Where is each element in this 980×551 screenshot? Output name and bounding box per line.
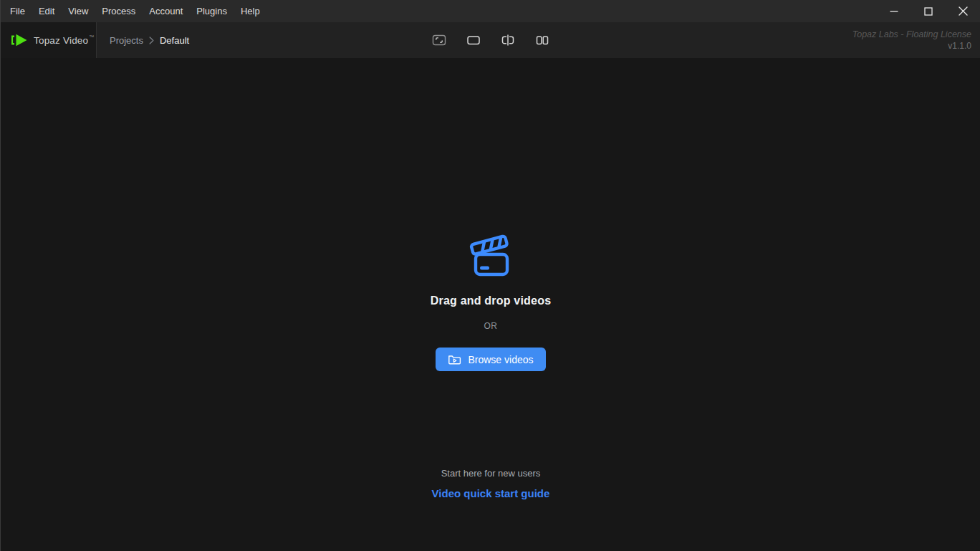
maximize-icon bbox=[924, 7, 933, 16]
menu-file[interactable]: File bbox=[10, 6, 25, 16]
app-header: Topaz Video™ Projects Default bbox=[1, 22, 980, 58]
quick-start-guide-link[interactable]: Video quick start guide bbox=[432, 487, 550, 499]
menu-view[interactable]: View bbox=[68, 6, 88, 16]
breadcrumb: Projects Default bbox=[110, 35, 189, 46]
app-version-text: v1.1.0 bbox=[852, 40, 971, 52]
new-users-helper-text: Start here for new users bbox=[1, 468, 980, 479]
side-by-side-view-icon bbox=[535, 34, 549, 47]
chevron-right-icon bbox=[149, 37, 154, 44]
breadcrumb-current-project: Default bbox=[160, 35, 189, 46]
app-logo: Topaz Video™ bbox=[1, 22, 97, 58]
window-controls bbox=[877, 0, 980, 22]
menu-help[interactable]: Help bbox=[241, 6, 260, 16]
browse-videos-label: Browse videos bbox=[468, 354, 533, 365]
fit-view-icon bbox=[432, 34, 446, 47]
close-button[interactable] bbox=[946, 0, 980, 22]
license-info: Topaz Labs - Floating License v1.1.0 bbox=[852, 29, 980, 52]
view-mode-side-by-side-button[interactable] bbox=[535, 33, 549, 47]
menu-bar: File Edit View Process Account Plugins H… bbox=[1, 0, 980, 22]
close-icon bbox=[959, 6, 968, 16]
view-mode-single-button[interactable] bbox=[466, 33, 481, 47]
view-mode-split-button[interactable] bbox=[501, 33, 515, 47]
breadcrumb-projects[interactable]: Projects bbox=[110, 35, 143, 46]
license-type-text: Topaz Labs - Floating License bbox=[852, 29, 971, 40]
single-view-icon bbox=[466, 34, 481, 47]
maximize-button[interactable] bbox=[911, 0, 946, 22]
menu-edit[interactable]: Edit bbox=[39, 6, 54, 16]
folder-play-icon bbox=[448, 354, 461, 365]
view-mode-fit-button[interactable] bbox=[432, 33, 446, 47]
minimize-icon bbox=[890, 7, 898, 16]
menu-account[interactable]: Account bbox=[149, 6, 183, 16]
minimize-button[interactable] bbox=[877, 0, 911, 22]
video-drop-zone[interactable]: Drag and drop videos OR Browse videos St… bbox=[1, 58, 980, 551]
trademark-mark: ™ bbox=[89, 34, 94, 39]
browse-videos-button[interactable]: Browse videos bbox=[436, 348, 545, 371]
view-mode-switcher bbox=[432, 22, 549, 58]
or-separator-label: OR bbox=[1, 321, 980, 331]
logo-text: Topaz Video™ bbox=[34, 34, 94, 46]
menu-plugins[interactable]: Plugins bbox=[196, 6, 227, 16]
split-view-icon bbox=[501, 34, 515, 47]
dropzone-title: Drag and drop videos bbox=[1, 294, 980, 307]
menu-process[interactable]: Process bbox=[102, 6, 135, 16]
green-play-icon bbox=[10, 34, 28, 47]
clapperboard-icon bbox=[1, 234, 980, 283]
